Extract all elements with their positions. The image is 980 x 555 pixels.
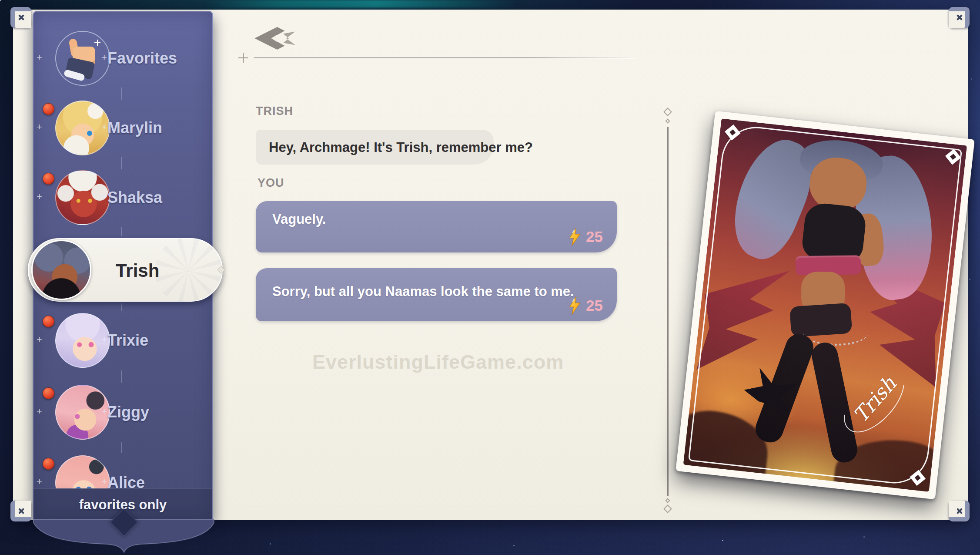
avatar bbox=[55, 313, 110, 368]
chat-scrollbar[interactable] bbox=[667, 127, 669, 496]
character-card[interactable]: Trish bbox=[676, 111, 975, 500]
message-cost: 25 bbox=[568, 296, 603, 315]
row-connector-decoration bbox=[121, 442, 122, 453]
message-text: Sorry, but all you Naamas look the same … bbox=[272, 284, 574, 299]
sidebar-item-trish-selected[interactable]: Trish bbox=[28, 238, 223, 302]
sidebar-item-label: Trixie bbox=[107, 313, 148, 368]
avatar bbox=[55, 101, 110, 155]
row-connector-decoration bbox=[121, 227, 122, 236]
corner-x-ornament bbox=[949, 501, 970, 521]
x-icon bbox=[17, 14, 24, 21]
npc-message-bubble: Hey, Archmage! It's Trish, remember me? bbox=[256, 130, 494, 165]
row-connector-decoration bbox=[121, 303, 122, 311]
thumbs-up-icon bbox=[55, 31, 110, 86]
sidebar-item-trixie[interactable]: Trixie bbox=[33, 313, 214, 368]
notification-dot bbox=[43, 103, 54, 115]
row-connector-decoration bbox=[121, 370, 122, 383]
avatar bbox=[55, 385, 110, 440]
npc-sender-label: TRISH bbox=[256, 104, 293, 118]
teal-glow-decoration bbox=[204, 0, 518, 8]
plus-ornament-icon bbox=[238, 53, 248, 63]
avatar bbox=[55, 455, 110, 488]
game-screen: { "app": { "watermark": "EverlustingLife… bbox=[0, 0, 980, 555]
demon-wing-left bbox=[696, 262, 790, 379]
avatar bbox=[31, 240, 91, 300]
x-icon bbox=[17, 508, 24, 515]
back-arrow-icon bbox=[252, 23, 298, 54]
sidebar-item-alice[interactable]: Alice bbox=[33, 455, 214, 488]
player-message-bubble: Vaguely. 25 bbox=[256, 201, 617, 252]
corner-x-ornament bbox=[10, 7, 31, 28]
site-watermark: EverlustingLifeGame.com bbox=[312, 351, 564, 373]
character-list: Favorites Marylin Shaksa Trish bbox=[33, 12, 212, 520]
sidebar-item-label: Favorites bbox=[107, 31, 177, 86]
player-sender-label: YOU bbox=[258, 176, 284, 190]
chain-decoration bbox=[803, 320, 868, 346]
corner-x-ornament bbox=[949, 7, 970, 28]
card-corner-ornament bbox=[945, 149, 961, 165]
row-connector-decoration bbox=[121, 87, 122, 100]
notification-dot bbox=[43, 316, 54, 327]
character-top bbox=[801, 202, 867, 265]
sidebar-item-ziggy[interactable]: Ziggy bbox=[33, 385, 214, 440]
sidebar-item-favorites[interactable]: Favorites bbox=[33, 31, 214, 86]
avatar-frame bbox=[44, 31, 99, 86]
notification-dot bbox=[43, 173, 54, 185]
back-button[interactable] bbox=[252, 23, 298, 54]
notification-dot bbox=[43, 387, 54, 399]
notification-dot bbox=[43, 458, 54, 470]
player-message-bubble: Sorry, but all you Naamas look the same … bbox=[256, 268, 617, 321]
avatar-frame bbox=[44, 385, 99, 440]
sparkle-icon bbox=[97, 40, 98, 46]
avatar-frame bbox=[44, 313, 99, 368]
row-connector-decoration bbox=[121, 157, 122, 169]
sidebar-item-marylin[interactable]: Marylin bbox=[33, 101, 214, 155]
character-sidebar: Favorites Marylin Shaksa Trish bbox=[33, 11, 213, 520]
sidebar-item-label: Shaksa bbox=[107, 170, 162, 225]
message-text: Vaguely. bbox=[272, 212, 326, 227]
card-corner-ornament bbox=[725, 124, 741, 141]
sidebar-item-label: Alice bbox=[107, 455, 145, 488]
avatar-frame bbox=[44, 101, 99, 155]
lightning-bolt-icon bbox=[568, 296, 582, 315]
avatar-frame bbox=[44, 455, 99, 488]
pill-emblem-decoration bbox=[155, 237, 222, 304]
lightning-bolt-icon bbox=[568, 227, 582, 246]
sidebar-item-label: Marylin bbox=[107, 101, 162, 155]
x-icon bbox=[956, 508, 963, 515]
selected-character-name: Trish bbox=[116, 239, 159, 303]
sidebar-item-shaksa[interactable]: Shaksa bbox=[33, 170, 214, 225]
corner-x-ornament bbox=[10, 501, 31, 521]
avatar-frame bbox=[44, 170, 99, 225]
sidebar-item-label: Ziggy bbox=[107, 385, 149, 440]
cost-value: 25 bbox=[586, 228, 603, 246]
character-card-art: Trish bbox=[683, 118, 967, 491]
message-text: Hey, Archmage! It's Trish, remember me? bbox=[269, 130, 533, 165]
cost-value: 25 bbox=[586, 297, 603, 314]
divider-line bbox=[254, 57, 635, 58]
avatar bbox=[55, 170, 110, 225]
message-cost: 25 bbox=[568, 227, 603, 246]
x-icon bbox=[956, 14, 963, 21]
